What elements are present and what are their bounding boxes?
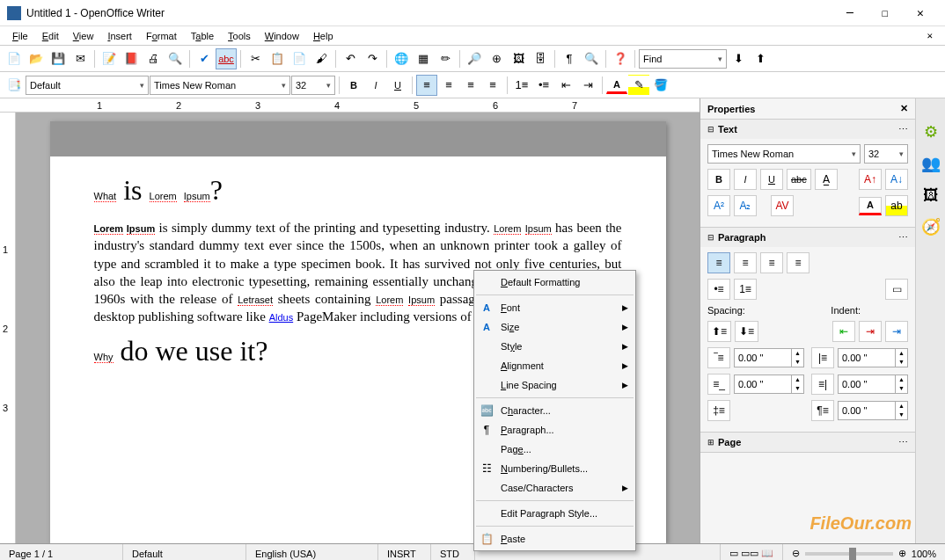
more-options-icon[interactable]: ⋯ <box>898 124 908 135</box>
styles-button[interactable]: 📑 <box>4 75 25 96</box>
print-button[interactable]: 🖨 <box>143 48 164 69</box>
navigator-tab[interactable]: 🧭 <box>919 215 943 239</box>
increase-spacing-button[interactable]: ⬆≡ <box>707 321 731 342</box>
find-combo[interactable]: Find <box>639 49 727 69</box>
find-replace-button[interactable]: 🔎 <box>464 48 485 69</box>
sidebar-align-center[interactable]: ≡ <box>734 252 757 273</box>
sidebar-highlight-button[interactable]: ab <box>885 195 908 216</box>
edit-file-button[interactable]: 📝 <box>99 48 120 69</box>
underline-button[interactable]: U <box>387 75 408 96</box>
table-button[interactable]: ▦ <box>413 48 434 69</box>
ctx-size[interactable]: ASize▶ <box>474 317 635 337</box>
sidebar-align-justify[interactable]: ≡ <box>787 252 809 273</box>
font-color-button[interactable]: A <box>606 76 627 94</box>
hyperlink-button[interactable]: 🌐 <box>391 48 412 69</box>
bg-color-button[interactable]: 🪣 <box>650 75 671 96</box>
navigator-button[interactable]: ⊕ <box>486 48 507 69</box>
sidebar-subscript-button[interactable]: A₂ <box>734 195 757 216</box>
ctx-character[interactable]: 🔤Character... <box>474 401 635 420</box>
status-selection-mode[interactable]: STD <box>431 544 475 560</box>
sidebar-close-button[interactable]: ✕ <box>900 103 908 114</box>
status-insert-mode[interactable]: INSRT <box>378 544 431 560</box>
datasources-button[interactable]: 🗄 <box>530 48 551 69</box>
menu-window[interactable]: Window <box>258 29 306 43</box>
status-view-layout[interactable]: ▭ ▭▭ 📖 <box>721 544 783 560</box>
maximize-button[interactable]: ☐ <box>868 1 903 25</box>
new-button[interactable]: 📄 <box>4 48 25 69</box>
copy-button[interactable]: 📋 <box>267 48 288 69</box>
space-below-input[interactable]: ▲▼ <box>734 375 804 394</box>
open-button[interactable]: 📂 <box>26 48 47 69</box>
pdf-button[interactable]: 📕 <box>121 48 142 69</box>
email-button[interactable]: ✉ <box>70 48 91 69</box>
text-section-header[interactable]: ⊟ Text ⋯ <box>700 120 915 139</box>
italic-button[interactable]: I <box>365 75 386 96</box>
bold-button[interactable]: B <box>343 75 364 96</box>
zoom-button[interactable]: 🔍 <box>581 48 602 69</box>
save-button[interactable]: 💾 <box>48 48 69 69</box>
decrease-spacing-button[interactable]: ⬇≡ <box>735 321 758 342</box>
align-right-button[interactable]: ≡ <box>460 75 481 96</box>
undo-button[interactable]: ↶ <box>340 48 361 69</box>
increase-indent-button[interactable]: ⇥ <box>859 321 882 342</box>
sidebar-numbering-button[interactable]: 1≡ <box>734 279 757 300</box>
status-language[interactable]: English (USA) <box>246 544 378 560</box>
menu-tools[interactable]: Tools <box>221 29 258 43</box>
font-name-combo[interactable]: Times New Roman <box>150 76 290 95</box>
sidebar-shadow-button[interactable]: A̲ <box>815 169 838 190</box>
align-center-button[interactable]: ≡ <box>438 75 459 96</box>
sidebar-spacing-button[interactable]: AV <box>771 195 794 216</box>
sidebar-underline-button[interactable]: U <box>760 169 783 190</box>
ctx-page[interactable]: Page... <box>474 440 635 459</box>
sidebar-fontcolor-button[interactable]: A <box>859 197 882 215</box>
ctx-font[interactable]: AFont▶ <box>474 298 635 317</box>
menu-view[interactable]: View <box>66 29 101 43</box>
ctx-edit-paragraph-style[interactable]: Edit Paragraph Style... <box>474 504 635 523</box>
status-style[interactable]: Default <box>123 544 246 560</box>
help-button[interactable]: ❓ <box>610 48 631 69</box>
menu-insert[interactable]: Insert <box>100 29 139 43</box>
zoom-slider[interactable] <box>805 552 893 556</box>
find-prev-button[interactable]: ⬇ <box>728 48 749 69</box>
find-next-button[interactable]: ⬆ <box>750 48 771 69</box>
status-page[interactable]: Page 1 / 1 <box>0 544 123 560</box>
ctx-numbering[interactable]: ☷Numbering/Bullets... <box>474 459 635 478</box>
sidebar-size-combo[interactable]: 32 <box>864 144 908 164</box>
sidebar-align-right[interactable]: ≡ <box>760 252 783 273</box>
page-section-header[interactable]: ⊞ Page ⋯ <box>700 433 915 452</box>
decrease-indent-button[interactable]: ⇤ <box>555 75 576 96</box>
horizontal-ruler[interactable]: 1 2 3 4 5 6 7 <box>0 98 700 113</box>
ctx-line-spacing[interactable]: Line Spacing▶ <box>474 375 635 395</box>
indent-before-input[interactable]: ▲▼ <box>838 348 908 367</box>
cut-button[interactable]: ✂ <box>245 48 266 69</box>
decrease-indent-button[interactable]: ⇤ <box>832 321 855 342</box>
line-spacing-button[interactable]: ‡≡ <box>707 400 730 421</box>
close-button[interactable]: ✕ <box>903 1 938 25</box>
redo-button[interactable]: ↷ <box>362 48 383 69</box>
sidebar-increase-font-button[interactable]: A↑ <box>859 169 882 190</box>
more-options-icon[interactable]: ⋯ <box>898 232 908 244</box>
menu-help[interactable]: Help <box>306 29 341 43</box>
sidebar-bold-button[interactable]: B <box>707 169 730 190</box>
ctx-alignment[interactable]: Alignment▶ <box>474 356 635 375</box>
sidebar-bgcolor-button[interactable]: ▭ <box>885 279 908 300</box>
gallery-tab[interactable]: 🖼 <box>919 183 943 207</box>
nonprinting-button[interactable]: ¶ <box>559 48 580 69</box>
paste-button[interactable]: 📄 <box>289 48 310 69</box>
align-left-button[interactable]: ≡ <box>416 75 437 96</box>
first-line-indent-input[interactable]: ▲▼ <box>838 401 908 420</box>
gallery-button[interactable]: 🖼 <box>508 48 529 69</box>
font-size-combo[interactable]: 32 <box>291 76 335 95</box>
increase-indent-button[interactable]: ⇥ <box>577 75 598 96</box>
minimize-button[interactable]: ─ <box>832 1 868 25</box>
styles-tab[interactable]: 👥 <box>919 151 943 176</box>
bullets-button[interactable]: •≡ <box>533 75 554 96</box>
ctx-paragraph[interactable]: ¶Paragraph... <box>474 420 635 440</box>
sidebar-bullets-button[interactable]: •≡ <box>707 279 730 300</box>
status-zoom-control[interactable]: ⊖⊕ 100% <box>783 544 945 560</box>
numbering-button[interactable]: 1≡ <box>511 75 532 96</box>
autospell-button[interactable]: abc <box>216 48 237 69</box>
paragraph-section-header[interactable]: ⊟ Paragraph ⋯ <box>700 228 915 247</box>
sidebar-decrease-font-button[interactable]: A↓ <box>885 169 908 190</box>
space-above-input[interactable]: ▲▼ <box>734 348 804 367</box>
